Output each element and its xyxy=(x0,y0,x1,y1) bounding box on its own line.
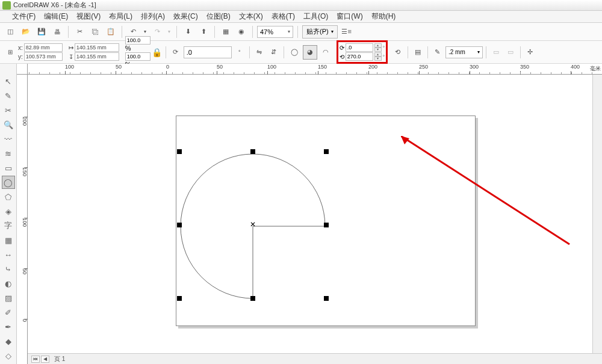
outline-width-input[interactable]: .2 mm▾ xyxy=(445,46,483,58)
polygon-tool-icon[interactable]: ⬠ xyxy=(2,190,15,203)
table-tool-icon[interactable]: ▦ xyxy=(2,233,15,247)
status-bar: ⏮◀ 页 1 xyxy=(28,353,602,364)
scale-x-input[interactable]: 100.0 xyxy=(125,36,150,45)
standard-toolbar: ◫ 📂 💾 🖶 ✂ ⿻ 📋 ↶ ▾ ↷ ▾ ⬇ ⬆ ▦ ◉ 47%▾ 贴齐(P)… xyxy=(0,23,602,41)
redo-dd-icon[interactable]: ▾ xyxy=(166,25,172,39)
eyedropper-icon[interactable]: ✐ xyxy=(2,306,15,319)
lock-ratio-icon[interactable]: 🔒 xyxy=(152,44,163,61)
pick-tool-icon[interactable]: ↖ xyxy=(2,75,15,88)
titlebar: CorelDRAW X6 - [未命名 -1] xyxy=(0,0,602,11)
rotation-input[interactable]: .0 xyxy=(184,46,232,58)
connector-tool-icon[interactable]: ⤷ xyxy=(2,262,15,276)
paste-icon[interactable]: 📋 xyxy=(104,25,117,39)
zoom-tool-icon[interactable]: 🔍 xyxy=(2,118,15,131)
to-front-icon[interactable]: ▭ xyxy=(489,46,503,59)
vertical-scrollbar[interactable] xyxy=(592,75,602,353)
arc-shape-icon[interactable]: ◠ xyxy=(318,45,333,60)
outline-width-icon: ✎ xyxy=(431,46,444,59)
arc-endpoint-handle[interactable] xyxy=(250,296,255,301)
mirror-v-icon[interactable]: ⇵ xyxy=(267,46,281,59)
redo-icon[interactable]: ↷ xyxy=(150,25,164,39)
rotation-units-icon: ° xyxy=(233,46,246,59)
height-icon: ↧ xyxy=(69,54,73,60)
ruler-corner xyxy=(17,64,28,75)
menu-tools[interactable]: 工具(O) xyxy=(303,11,328,22)
options-icon[interactable]: ☰≡ xyxy=(340,25,353,39)
y-position-input[interactable]: 100.573 mm xyxy=(24,52,63,61)
arc-endpoint-handle[interactable] xyxy=(324,223,329,227)
reverse-direction-icon[interactable]: ⟲ xyxy=(391,46,405,59)
selection-handle[interactable] xyxy=(177,223,182,227)
ellipse-shape-icon[interactable]: ◯ xyxy=(287,45,302,60)
selection-center[interactable]: ✕ xyxy=(250,221,256,227)
end-angle-icon: ⟲ xyxy=(340,54,344,60)
width-input[interactable]: 140.155 mm xyxy=(75,43,119,52)
start-angle-spin[interactable]: ▴▾ xyxy=(374,43,382,52)
dimension-tool-icon[interactable]: ↔ xyxy=(2,248,15,261)
snap-button[interactable]: 贴齐(P)▾ xyxy=(302,25,338,39)
start-angle-input[interactable]: .0 xyxy=(346,43,373,52)
menu-layout[interactable]: 布局(L) xyxy=(109,11,132,22)
menu-window[interactable]: 窗口(W) xyxy=(337,11,362,22)
rectangle-tool-icon[interactable]: ▭ xyxy=(2,161,15,174)
vertical-ruler[interactable]: 200 150 100 50 0 xyxy=(17,75,28,364)
horizontal-ruler[interactable]: 100 50 0 50 100 150 200 250 300 350 400 xyxy=(17,64,602,75)
rotation-icon: ⟳ xyxy=(169,46,182,59)
scale-y-input[interactable]: 100.0 xyxy=(125,52,150,61)
canvas[interactable]: ✕ xyxy=(28,75,602,364)
menu-edit[interactable]: 编辑(E) xyxy=(44,11,68,22)
selection-handle[interactable] xyxy=(177,296,182,301)
shape-tool-icon[interactable]: ✎ xyxy=(2,89,15,102)
basic-shapes-icon[interactable]: ◈ xyxy=(2,205,15,218)
menu-table[interactable]: 表格(T) xyxy=(272,11,295,22)
outline-pen-icon[interactable]: ✒ xyxy=(2,320,15,333)
property-bar: ⊞ x:82.89 mm y:100.573 mm ↦140.155 mm ↧1… xyxy=(0,41,602,64)
menu-help[interactable]: 帮助(H) xyxy=(371,11,396,22)
menu-view[interactable]: 视图(V) xyxy=(76,11,101,22)
freehand-tool-icon[interactable]: 〰 xyxy=(2,132,15,146)
crop-tool-icon[interactable]: ✂ xyxy=(2,103,15,117)
fill-tool-icon[interactable]: ◆ xyxy=(2,335,15,348)
page-indicator[interactable]: 页 1 xyxy=(54,355,65,363)
text-tool-icon[interactable]: 字 xyxy=(2,219,15,232)
cut-icon[interactable]: ✂ xyxy=(73,25,86,39)
end-angle-spin[interactable]: ▴▾ xyxy=(374,52,382,61)
selection-handle[interactable] xyxy=(250,149,255,154)
app-logo xyxy=(2,1,11,10)
height-input[interactable]: 140.155 mm xyxy=(75,52,119,61)
save-icon[interactable]: 💾 xyxy=(35,25,48,39)
import-icon[interactable]: ⬇ xyxy=(181,25,194,39)
copy-icon[interactable]: ⿻ xyxy=(88,25,102,39)
toolbox: ↖ ✎ ✂ 🔍 〰 ≋ ▭ ◯ ⬠ ◈ 字 ▦ ↔ ⤷ ◐ ▨ ✐ ✒ ◆ ◇ xyxy=(0,64,17,364)
convert-curves-icon[interactable]: ✢ xyxy=(524,46,537,59)
mirror-h-icon[interactable]: ⇋ xyxy=(253,46,266,59)
effects-tool-icon[interactable]: ◐ xyxy=(2,277,15,290)
end-angle-input[interactable]: 270.0 xyxy=(346,52,373,61)
x-position-input[interactable]: 82.89 mm xyxy=(24,43,63,52)
pie-shape-icon[interactable]: ◕ xyxy=(303,45,317,60)
new-doc-icon[interactable]: ◫ xyxy=(4,25,17,39)
transparency-icon[interactable]: ▨ xyxy=(2,291,15,304)
wrap-text-icon[interactable]: ▤ xyxy=(411,46,424,59)
app-launcher-icon[interactable]: ▦ xyxy=(219,25,232,39)
interactive-fill-icon[interactable]: ◇ xyxy=(2,349,15,362)
menu-effects[interactable]: 效果(C) xyxy=(173,11,198,22)
ellipse-tool-icon[interactable]: ◯ xyxy=(2,176,15,189)
zoom-level[interactable]: 47%▾ xyxy=(257,26,293,38)
menu-file[interactable]: 文件(F) xyxy=(12,11,36,22)
page-nav[interactable]: ⏮◀ xyxy=(31,356,49,363)
selection-handle[interactable] xyxy=(177,149,182,154)
smear-tool-icon[interactable]: ≋ xyxy=(2,147,15,160)
menu-arrange[interactable]: 排列(A) xyxy=(141,11,165,22)
menu-text[interactable]: 文本(X) xyxy=(239,11,263,22)
open-icon[interactable]: 📂 xyxy=(19,25,33,39)
to-back-icon[interactable]: ▭ xyxy=(504,46,517,59)
arc-angle-group: ⟳ .0 ▴▾ ° ⟲ 270.0 ▴▾ ° xyxy=(337,40,388,64)
selection-handle[interactable] xyxy=(324,296,329,301)
print-icon[interactable]: 🖶 xyxy=(51,25,64,39)
welcome-icon[interactable]: ◉ xyxy=(235,25,248,39)
export-icon[interactable]: ⬆ xyxy=(197,25,210,39)
menu-bitmap[interactable]: 位图(B) xyxy=(206,11,231,22)
object-origin-icon[interactable]: ⊞ xyxy=(4,46,17,59)
selection-handle[interactable] xyxy=(324,149,329,154)
